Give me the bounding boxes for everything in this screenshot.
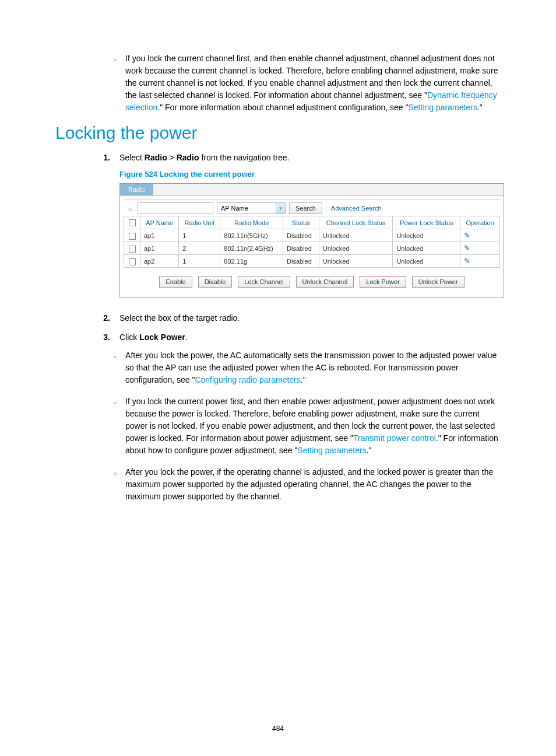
table-row: ap1 1 802.11n(5GHz) Disabled Unlocked Un… xyxy=(124,229,500,242)
cell-pwlock: Unlocked xyxy=(393,242,460,255)
cell-status: Disabled xyxy=(283,255,319,268)
link-config-radio-params[interactable]: Configuring radio parameters xyxy=(195,375,300,384)
search-icon: ⌕ xyxy=(124,205,138,212)
bullet-icon: ○ xyxy=(114,398,117,457)
intro-text: If you lock the current channel first, a… xyxy=(125,52,501,114)
cell-mode: 802.11g xyxy=(220,255,283,268)
chevron-down-icon: ▾ xyxy=(276,203,285,214)
bullet-text: After you lock the power, if the operati… xyxy=(125,466,501,503)
link-setting-parameters-2[interactable]: Setting parameters xyxy=(297,446,366,455)
col-chlock[interactable]: Channel Lock Status xyxy=(319,216,393,229)
cell-chlock: Unlocked xyxy=(319,242,393,255)
bullet-icon: ○ xyxy=(114,469,117,503)
unlock-power-button[interactable]: Unlock Power xyxy=(412,276,464,288)
search-input[interactable] xyxy=(138,202,213,214)
table-row: ap2 1 802.11g Disabled Unlocked Unlocked… xyxy=(124,255,500,268)
cell-status: Disabled xyxy=(283,242,319,255)
col-apname[interactable]: AP Name xyxy=(140,216,179,229)
cell-mode: 802.11n(2.4GHz) xyxy=(220,242,283,255)
operation-icon[interactable]: ✎ xyxy=(464,231,470,240)
row-checkbox[interactable] xyxy=(129,233,136,240)
step-3: 3. Click Lock Power. xyxy=(90,331,501,344)
disable-button[interactable]: Disable xyxy=(198,276,233,288)
col-status[interactable]: Status xyxy=(283,216,319,229)
tab-radio[interactable]: Radio xyxy=(120,184,153,195)
operation-icon[interactable]: ✎ xyxy=(464,244,470,253)
dropdown-label: AP Name xyxy=(217,205,276,212)
step-number: 1. xyxy=(90,151,110,164)
sub-bullet-2: ○ If you lock the current power first, a… xyxy=(114,396,501,457)
link-transmit-power-control[interactable]: Transmit power control xyxy=(353,433,436,443)
col-op[interactable]: Operation xyxy=(460,216,500,229)
enable-button[interactable]: Enable xyxy=(159,276,192,288)
unlock-channel-button[interactable]: Unlock Channel xyxy=(296,276,354,288)
cell-op: ✎ xyxy=(460,242,500,255)
cell-chlock: Unlocked xyxy=(319,229,393,242)
figure-screenshot: Radio ⌕ AP Name ▾ Search Advanced Search… xyxy=(119,183,504,298)
cell-apname: ap1 xyxy=(140,229,179,242)
cell-unit: 1 xyxy=(179,229,220,242)
radio-table: AP Name Radio Unit Radio Mode Status Cha… xyxy=(124,216,500,268)
table-header-row: AP Name Radio Unit Radio Mode Status Cha… xyxy=(124,216,500,229)
sub-bullet-1: ○ After you lock the power, the AC autom… xyxy=(114,349,501,386)
table-row: ap1 2 802.11n(2.4GHz) Disabled Unlocked … xyxy=(124,242,500,255)
step-text: Select Radio > Radio from the navigation… xyxy=(119,151,289,164)
tabbar-spacer xyxy=(153,184,504,195)
link-setting-parameters[interactable]: Setting parameters xyxy=(408,103,477,112)
page-number: 484 xyxy=(0,724,556,733)
cell-mode: 802.11n(5GHz) xyxy=(220,229,283,242)
lock-channel-button[interactable]: Lock Channel xyxy=(238,276,290,288)
cell-pwlock: Unlocked xyxy=(393,229,460,242)
search-button[interactable]: Search xyxy=(289,202,322,214)
cell-op: ✎ xyxy=(460,255,500,268)
col-pwlock[interactable]: Power Lock Status xyxy=(393,216,460,229)
cell-unit: 1 xyxy=(179,255,220,268)
intro-bullet: ○ If you lock the current channel first,… xyxy=(114,52,501,114)
bullet-text: After you lock the power, the AC automat… xyxy=(125,349,501,386)
row-checkbox[interactable] xyxy=(129,258,136,265)
cell-apname: ap2 xyxy=(140,255,179,268)
bullet-text: If you lock the current power first, and… xyxy=(125,396,501,457)
col-unit[interactable]: Radio Unit xyxy=(179,216,220,229)
cell-op: ✎ xyxy=(460,229,500,242)
bullet-icon: ○ xyxy=(114,352,117,386)
sub-bullet-3: ○ After you lock the power, if the opera… xyxy=(114,466,501,503)
cell-unit: 2 xyxy=(179,242,220,255)
step-2: 2. Select the box of the target radio. xyxy=(90,312,501,324)
header-checkbox[interactable] xyxy=(124,216,140,229)
advanced-search-link[interactable]: Advanced Search xyxy=(326,205,382,212)
step-text: Select the box of the target radio. xyxy=(119,312,240,324)
col-mode[interactable]: Radio Mode xyxy=(220,216,283,229)
bullet-icon: ○ xyxy=(114,55,117,114)
step-text: Click Lock Power. xyxy=(119,331,188,344)
step-number: 2. xyxy=(90,312,110,324)
page-title: Locking the power xyxy=(55,123,501,143)
step-number: 3. xyxy=(90,331,110,344)
lock-power-button[interactable]: Lock Power xyxy=(360,276,406,288)
figure-caption: Figure 524 Locking the current power xyxy=(119,170,501,178)
step-1: 1. Select Radio > Radio from the navigat… xyxy=(90,151,501,164)
cell-pwlock: Unlocked xyxy=(393,255,460,268)
cell-status: Disabled xyxy=(283,229,319,242)
row-checkbox[interactable] xyxy=(129,246,136,253)
cell-apname: ap1 xyxy=(140,242,179,255)
filter-dropdown[interactable]: AP Name ▾ xyxy=(217,202,286,214)
operation-icon[interactable]: ✎ xyxy=(464,257,470,265)
cell-chlock: Unlocked xyxy=(319,255,393,268)
